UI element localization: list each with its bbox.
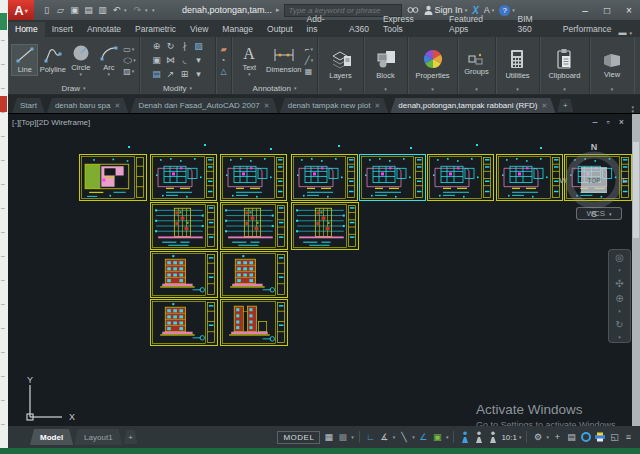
leader-icon[interactable]: ⌐: [305, 45, 310, 54]
customization-menu-icon[interactable]: ≡: [623, 430, 634, 444]
grid-display-icon[interactable]: ▩: [337, 430, 348, 444]
text-button[interactable]: A Text ▾: [236, 43, 263, 77]
ribbon-tab-addins[interactable]: Add-ins: [300, 12, 342, 37]
properties-button[interactable]: Properties: [415, 46, 449, 80]
workspace-switching-icon[interactable]: ⚙: [532, 430, 543, 444]
chevron-down-icon[interactable]: ▾: [410, 87, 455, 94]
chevron-down-icon[interactable]: ▾: [108, 73, 111, 76]
mirror-icon[interactable]: ⋈: [164, 54, 177, 67]
chevron-down-icon[interactable]: ▾: [412, 434, 415, 440]
annotation-autoscale-icon[interactable]: [473, 430, 484, 444]
ortho-mode-icon[interactable]: ∟: [365, 430, 376, 444]
isometric-drafting-icon[interactable]: ╲: [398, 430, 409, 444]
line-button[interactable]: Line: [11, 44, 38, 76]
close-icon[interactable]: ✕: [542, 102, 548, 110]
viewport-close-button[interactable]: ×: [619, 117, 624, 127]
cad-drawing-frame-plan[interactable]: [359, 154, 426, 201]
cad-drawing-frame-plan[interactable]: [150, 154, 217, 201]
ellipse-icon[interactable]: ◯: [123, 57, 132, 63]
cad-drawing-frame-site[interactable]: [79, 154, 147, 201]
stretch-icon[interactable]: ▤: [150, 68, 163, 81]
draw-panel-label[interactable]: Draw▾: [10, 82, 137, 94]
match-properties-icon[interactable]: ▰: [220, 45, 226, 54]
annotation-monitor-icon[interactable]: +: [552, 430, 563, 444]
chevron-down-icon[interactable]: ▾: [498, 87, 537, 94]
minimize-button[interactable]: –: [574, 0, 596, 20]
cad-drawing-frame-plan[interactable]: [496, 154, 563, 201]
cad-drawing-frame-sec[interactable]: [150, 202, 218, 250]
title-caret-icon[interactable]: ▸: [276, 6, 280, 14]
qat-customize-icon[interactable]: ▾: [152, 7, 158, 13]
scrollbar-thumb[interactable]: [633, 142, 639, 238]
chevron-down-icon[interactable]: ▾: [192, 54, 205, 67]
rotate-icon[interactable]: ↻: [164, 40, 177, 53]
ribbon-tab-view[interactable]: View: [183, 22, 215, 37]
model-tab[interactable]: Model: [30, 429, 73, 445]
model-space-button[interactable]: MODEL: [277, 431, 320, 444]
file-tab[interactable]: Denah dan Fasad_AutoCAD 2007✕: [130, 98, 277, 113]
pan-icon[interactable]: ✣: [615, 278, 623, 289]
cad-drawing-frame-sec[interactable]: [220, 202, 288, 250]
annotation-visibility-icon[interactable]: [459, 430, 470, 444]
multileader-icon[interactable]: ╱: [305, 56, 310, 65]
chevron-down-icon[interactable]: ▾: [446, 434, 449, 440]
erase-icon[interactable]: ▨: [192, 40, 205, 53]
cad-drawing-frame-plan[interactable]: [220, 154, 287, 201]
cad-drawing-frame-elev2[interactable]: [220, 299, 288, 346]
save-as-icon[interactable]: ▤: [82, 2, 95, 18]
redo-icon[interactable]: ↷: [131, 2, 144, 18]
application-menu-button[interactable]: A▾: [8, 0, 34, 20]
orbit-icon[interactable]: ↻: [615, 319, 623, 330]
drawing-canvas[interactable]: [-][Top][2D Wireframe] – ▫ × N W E S TOP…: [8, 113, 640, 426]
new-layout-button[interactable]: +: [124, 430, 138, 444]
new-file-icon[interactable]: ▯: [40, 2, 53, 18]
fullscreen-icon[interactable]: ◱: [609, 430, 620, 444]
block-button[interactable]: Block: [374, 46, 398, 80]
close-icon[interactable]: ✕: [115, 102, 121, 110]
viewport-minimize-button[interactable]: –: [593, 117, 598, 127]
chevron-down-icon[interactable]: ▾: [80, 73, 83, 76]
utilities-button[interactable]: Utilities: [505, 46, 529, 80]
cad-drawing-frame-elev[interactable]: [150, 251, 218, 298]
close-icon[interactable]: ✕: [264, 102, 270, 110]
file-tab-start[interactable]: Start: [12, 98, 45, 113]
plot-status-icon[interactable]: [594, 430, 606, 444]
cad-drawing-frame-plan[interactable]: [291, 154, 358, 201]
viewport-controls-label[interactable]: [-][Top][2D Wireframe]: [12, 118, 90, 127]
redo-dropdown-icon[interactable]: ▾: [145, 7, 151, 13]
chevron-down-icon[interactable]: ▾: [351, 434, 354, 440]
dimension-button[interactable]: Dimension: [264, 45, 304, 75]
rectangle-icon[interactable]: ▭: [123, 45, 131, 54]
modify-panel-label[interactable]: Modify▾: [142, 82, 213, 94]
object-snap-tracking-icon[interactable]: ∠: [418, 430, 429, 444]
annotation-scale-dropdown[interactable]: 10:1▾: [501, 433, 521, 442]
groups-button[interactable]: Groups: [464, 50, 489, 76]
chevron-down-icon[interactable]: ▾: [366, 87, 405, 94]
ribbon-tab-parametric[interactable]: Parametric: [128, 22, 183, 37]
ribbon-tab-home[interactable]: Home: [8, 22, 45, 37]
ribbon-tab-a360[interactable]: A360: [342, 22, 376, 37]
chevron-down-icon[interactable]: ▾: [132, 46, 135, 52]
close-button[interactable]: ×: [618, 0, 640, 20]
view-button[interactable]: View: [601, 47, 623, 79]
cad-drawing-frame-plan[interactable]: [427, 154, 494, 201]
polar-tracking-icon[interactable]: ∡: [379, 430, 390, 444]
trim-icon[interactable]: ∤: [178, 40, 191, 53]
chevron-down-icon[interactable]: ▾: [248, 73, 251, 76]
navigation-bar[interactable]: ◎ ▾ ✣ ⊕ ▾ ↻ ▾: [608, 249, 631, 343]
ribbon-tab-output[interactable]: Output: [260, 22, 300, 37]
close-icon[interactable]: ✕: [374, 102, 380, 110]
polyline-button[interactable]: Polyline: [39, 45, 66, 75]
wcs-dropdown[interactable]: WCS▾: [576, 207, 622, 220]
array-icon[interactable]: ⊞: [178, 68, 191, 81]
chevron-down-icon[interactable]: ▾: [393, 434, 396, 440]
open-file-icon[interactable]: ▱: [54, 2, 67, 18]
chevron-down-icon[interactable]: ▾: [133, 57, 136, 63]
vertical-scrollbar[interactable]: [632, 114, 640, 426]
undo-dropdown-icon[interactable]: ▾: [124, 7, 130, 13]
layers-button[interactable]: Layers: [329, 46, 353, 80]
move-icon[interactable]: ⊕: [150, 40, 163, 53]
quick-properties-icon[interactable]: ▤: [566, 430, 577, 444]
chevron-down-icon[interactable]: ▾: [132, 68, 135, 74]
chevron-down-icon[interactable]: ▾: [546, 434, 549, 440]
